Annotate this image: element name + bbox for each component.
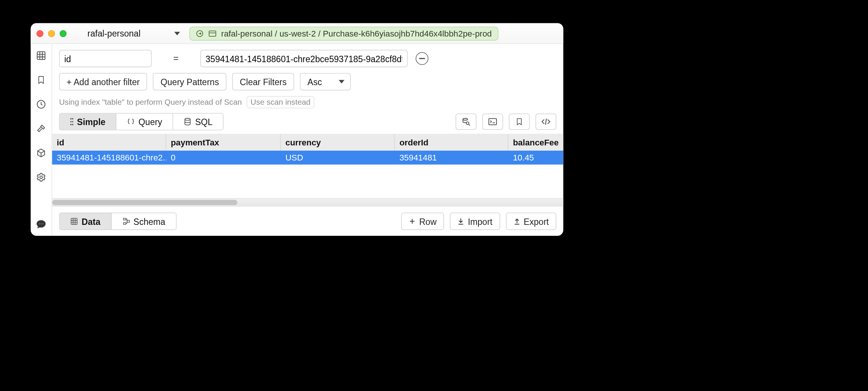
footer-tab-schema[interactable]: Schema: [111, 213, 176, 229]
window-controls: [37, 30, 67, 37]
filter-value-input[interactable]: [200, 50, 408, 67]
sidebar-tables[interactable]: [34, 49, 48, 63]
toolbar-search[interactable]: [455, 113, 476, 130]
titlebar: rafal-personal rafal-personal / us-west-…: [31, 23, 563, 44]
add-filter-button[interactable]: + Add another filter: [59, 73, 147, 90]
query-hint: Using index "table" to perform Query ins…: [52, 96, 563, 113]
tab-sql[interactable]: SQL: [173, 113, 223, 130]
view-mode-segment: Simple Query SQL: [59, 113, 224, 130]
filter-row: =: [52, 44, 563, 71]
table-row[interactable]: 35941481-145188601-chre2... 0 USD 359414…: [52, 151, 563, 165]
col-paymenttax[interactable]: paymentTax: [166, 134, 281, 151]
breadcrumb-pill[interactable]: rafal-personal / us-west-2 / Purchase-k6…: [189, 26, 498, 40]
tab-query[interactable]: Query: [116, 113, 173, 130]
minimize-window-icon[interactable]: [48, 30, 55, 37]
braces-icon: [127, 118, 135, 126]
toolbar-bookmark[interactable]: [509, 113, 530, 130]
toolbar-code[interactable]: [536, 113, 556, 130]
sort-select[interactable]: Asc: [300, 73, 351, 90]
svg-point-4: [40, 176, 43, 179]
chat-icon: [36, 219, 46, 229]
zoom-window-icon[interactable]: [59, 30, 66, 37]
svg-rect-20: [123, 223, 125, 224]
app-window: rafal-personal rafal-personal / us-west-…: [31, 23, 563, 236]
col-id[interactable]: id: [52, 134, 166, 151]
footer: Data Schema Row Import: [52, 206, 563, 236]
gear-icon: [36, 172, 46, 183]
svg-rect-1: [209, 31, 216, 36]
tab-query-label: Query: [139, 117, 162, 127]
upload-icon: [513, 217, 520, 226]
export-button[interactable]: Export: [506, 212, 556, 230]
sidebar: [31, 44, 52, 236]
filter-actions: + Add another filter Query Patterns Clea…: [52, 71, 563, 96]
filter-key-input[interactable]: [59, 50, 152, 67]
sort-select-label: Asc: [308, 77, 322, 87]
sidebar-feedback[interactable]: [34, 217, 48, 231]
table-header: id paymentTax currency orderId balanceFe…: [52, 134, 563, 151]
bookmark-icon: [37, 75, 46, 85]
footer-tab-data[interactable]: Data: [59, 213, 111, 229]
cell-id: 35941481-145188601-chre2...: [52, 151, 166, 165]
code-icon: [541, 118, 551, 126]
sidebar-history[interactable]: [34, 97, 48, 111]
sidebar-build[interactable]: [34, 122, 48, 136]
svg-point-13: [72, 124, 73, 125]
bookmark-icon: [515, 117, 524, 127]
svg-point-15: [463, 118, 468, 120]
add-row-label: Row: [419, 216, 437, 226]
svg-point-11: [72, 118, 73, 119]
cell-currency: USD: [281, 151, 395, 165]
tab-sql-label: SQL: [195, 117, 212, 127]
sidebar-bookmarks[interactable]: [34, 73, 48, 87]
svg-rect-19: [123, 218, 125, 220]
profile-name: rafal-personal: [87, 28, 140, 38]
horizontal-scrollbar[interactable]: [52, 198, 563, 206]
col-currency[interactable]: currency: [281, 134, 395, 151]
view-tabs-row: Simple Query SQL: [52, 113, 563, 134]
schema-icon: [122, 217, 130, 226]
breadcrumb-text: rafal-personal / us-west-2 / Purchase-k6…: [221, 29, 492, 38]
cube-icon: [36, 148, 46, 158]
svg-rect-21: [127, 220, 129, 222]
svg-rect-2: [37, 52, 45, 60]
add-row-button[interactable]: Row: [401, 212, 444, 230]
toolbar-console[interactable]: [482, 113, 503, 130]
footer-segment: Data Schema: [59, 212, 177, 230]
close-window-icon[interactable]: [37, 30, 43, 37]
remove-filter-button[interactable]: [416, 52, 428, 65]
import-button[interactable]: Import: [450, 212, 500, 230]
tab-simple-label: Simple: [77, 117, 106, 127]
download-icon: [457, 217, 464, 226]
svg-point-6: [41, 223, 41, 224]
svg-point-12: [72, 121, 73, 122]
query-hint-text: Using index "table" to perform Query ins…: [59, 98, 242, 107]
profile-selector[interactable]: rafal-personal: [87, 28, 180, 38]
svg-rect-18: [71, 218, 77, 224]
svg-point-10: [70, 124, 72, 125]
handle-icon: [70, 118, 73, 126]
svg-point-7: [43, 223, 43, 224]
use-scan-button[interactable]: Use scan instead: [247, 96, 315, 108]
grid-icon: [36, 50, 46, 61]
svg-point-14: [185, 118, 190, 120]
cell-orderid: 35941481: [395, 151, 508, 165]
col-balancefee[interactable]: balanceFee: [508, 134, 563, 151]
sidebar-package[interactable]: [34, 146, 48, 160]
svg-point-8: [70, 118, 72, 119]
database-icon: [184, 118, 192, 126]
col-orderid[interactable]: orderId: [395, 134, 508, 151]
export-label: Export: [524, 216, 549, 226]
results-table: id paymentTax currency orderId balanceFe…: [52, 134, 563, 206]
clear-filters-button[interactable]: Clear Filters: [232, 73, 294, 90]
chevron-down-icon: [174, 32, 180, 35]
sidebar-settings[interactable]: [34, 170, 48, 184]
filter-operator[interactable]: =: [160, 53, 192, 64]
tab-simple[interactable]: Simple: [59, 113, 116, 130]
table-icon: [209, 30, 217, 37]
grid-icon: [70, 217, 78, 226]
hammer-icon: [36, 124, 46, 134]
plus-icon: [409, 218, 416, 225]
query-patterns-button[interactable]: Query Patterns: [153, 73, 227, 90]
footer-tab-data-label: Data: [82, 216, 101, 226]
